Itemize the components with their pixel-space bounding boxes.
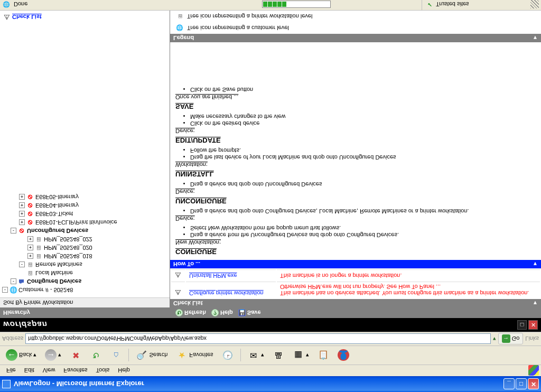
tree-unconfigured-item[interactable]: +⊘E68F03-Ticket <box>2 210 167 218</box>
refresh-button[interactable]: ↻ <box>86 347 105 364</box>
tree-label[interactable]: Customer # - 505248 <box>18 287 73 293</box>
tree-label[interactable]: HPM_505248_020 <box>44 245 92 251</box>
edit-button[interactable]: ▦▾ <box>289 347 313 364</box>
tree-unconfigured-item[interactable]: +⊘E68F04-Itinerary <box>2 201 167 210</box>
tree-label[interactable]: E68F03-Ticket <box>35 211 73 217</box>
tree-label[interactable]: Configured Devices <box>27 278 81 285</box>
tree-local[interactable]: 🖥 Local Machine <box>2 269 167 277</box>
home-button[interactable]: ⌂ <box>106 347 125 364</box>
sort-by[interactable]: Sort By Printer Workstation <box>0 297 170 307</box>
tree-label[interactable]: HPM_505248_022 <box>44 236 92 242</box>
tree-unconfigured-item[interactable]: +⊘E68F01-FCLIP/Print Itin/Invoice <box>2 218 167 227</box>
checklist-row: ⚠Uninstall HPM.exeThis machine is no lon… <box>171 269 540 281</box>
howto-item: Drag a device from the Unconfigured Devi… <box>190 232 536 238</box>
tree-label[interactable]: Remote Machines <box>35 262 82 268</box>
trusted-label: Trusted sites <box>436 2 469 8</box>
menu-view[interactable]: View <box>39 367 60 375</box>
tree-unconfigured[interactable]: - ⊘ Unconfigured Devices <box>2 227 167 235</box>
collapse-icon[interactable]: - <box>2 287 8 293</box>
menu-edit[interactable]: Edit <box>20 367 39 375</box>
close-button[interactable]: ✕ <box>528 379 539 390</box>
collapse-icon[interactable]: ▼ <box>533 35 538 41</box>
menu-tools[interactable]: Tools <box>92 367 114 375</box>
messenger-button[interactable]: 👤 <box>334 347 353 364</box>
menubar: File Edit View Favorites Tools Help <box>0 365 541 376</box>
go-button[interactable]: →Go <box>498 333 524 345</box>
collapse-icon[interactable]: - <box>19 262 25 268</box>
tree-remote[interactable]: - 🖥 Remote Machines <box>2 260 167 269</box>
expand-icon[interactable]: + <box>27 237 33 242</box>
dropdown-icon: ▾ <box>261 352 264 359</box>
refresh-link[interactable]: ↻Refresh <box>175 309 206 316</box>
howto-item: Select New Workstation from the popup me… <box>190 225 536 231</box>
address-label: Address <box>2 336 23 342</box>
expand-icon[interactable]: + <box>27 254 33 259</box>
checklist-link[interactable]: Check List <box>12 14 42 21</box>
tree-unconfigured-item[interactable]: +⊘E68F05-Itinerary <box>2 193 167 201</box>
tree-label[interactable]: E68F04-Itinerary <box>35 202 79 209</box>
checklist-header[interactable]: Check List▼ <box>170 299 541 307</box>
back-button[interactable]: ←Back▾ <box>2 347 40 364</box>
legend-header[interactable]: Legend▼ <box>170 34 541 42</box>
checklist-task-link[interactable]: Configure printer workstation <box>189 290 264 296</box>
expand-icon[interactable]: + <box>19 211 25 217</box>
tree-remote-item[interactable]: +🖥HPM_505248_020 <box>2 244 167 252</box>
expand-icon[interactable]: + <box>19 220 25 226</box>
checklist-task-link[interactable]: Uninstall HPM.exe <box>189 273 237 279</box>
tree-label[interactable]: E68F01-FCLIP/Print Itin/Invoice <box>35 219 117 226</box>
globe-icon: 🌐 <box>10 286 17 294</box>
expand-icon[interactable]: + <box>27 245 33 251</box>
help-label: Help <box>220 310 233 316</box>
menu-help[interactable]: Help <box>114 367 134 375</box>
history-button[interactable]: 🕒 <box>218 347 237 364</box>
collapse-icon[interactable]: ▼ <box>533 301 538 306</box>
howto-item: Drag a device and drop onto Unconfigured… <box>190 181 536 188</box>
collapse-icon[interactable]: - <box>11 228 16 234</box>
tree-configured[interactable]: - 🖿 Configured Devices <box>2 277 167 286</box>
howto-header[interactable]: How To ...▼ <box>170 260 541 268</box>
minimize-button[interactable]: _ <box>503 379 515 390</box>
tree-label[interactable]: HPM_505248_018 <box>44 253 92 259</box>
resize-handle[interactable] <box>530 1 539 9</box>
menu-favorites[interactable]: Favorites <box>59 367 91 375</box>
computer-icon: 🖥 <box>175 12 184 21</box>
tree-label[interactable]: Unconfigured Devices <box>27 228 88 234</box>
app-maximize-button[interactable]: □ <box>517 320 527 330</box>
search-button[interactable]: 🔍Search <box>132 347 171 364</box>
toolbar: ←Back▾ →▾ ✖ ↻ ⌂ 🔍Search ★Favorites 🕒 ✉▾ … <box>0 346 541 365</box>
address-input[interactable] <box>25 334 490 344</box>
howto-item: Make necessary changes to the view <box>190 114 536 120</box>
howto-sublabel: Once you are finished ... <box>175 94 238 100</box>
howto-item: Follow the prompts. <box>190 147 536 154</box>
tree-remote-item[interactable]: +🖥HPM_505248_022 <box>2 235 167 244</box>
mail-button[interactable]: ✉▾ <box>244 347 268 364</box>
separator <box>128 349 129 362</box>
discuss-button[interactable]: 📋 <box>314 347 333 364</box>
stop-button[interactable]: ✖ <box>66 347 85 364</box>
print-button[interactable]: 🖶 <box>269 347 288 364</box>
save-link[interactable]: 💾Save <box>238 309 261 316</box>
checklist-message: This machine has no devices attached. Yo… <box>280 284 529 296</box>
maximize-button[interactable]: □ <box>516 379 527 390</box>
help-link[interactable]: ?Help <box>211 309 233 316</box>
links-label[interactable]: Links <box>525 336 539 342</box>
window-titlebar: ViewLogon - Microsoft Internet Explorer … <box>0 376 541 392</box>
expand-icon[interactable]: + <box>19 194 25 200</box>
forward-button[interactable]: →▾ <box>41 347 65 364</box>
dropdown-icon: ▾ <box>58 352 61 359</box>
computer-icon: 🖥 <box>35 253 42 260</box>
collapse-icon[interactable]: ▼ <box>533 262 538 267</box>
tree-root[interactable]: - 🌐 Customer # - 505248 <box>2 286 167 294</box>
favorites-button[interactable]: ★Favorites <box>172 347 217 364</box>
tree-label[interactable]: E68F05-Itinerary <box>35 194 79 200</box>
computer-icon: 🖥 <box>26 269 34 277</box>
dropdown-icon[interactable]: ▾ <box>493 335 496 342</box>
expand-icon[interactable]: + <box>19 203 25 209</box>
collapse-icon[interactable]: - <box>11 279 16 285</box>
app-close-button[interactable]: ✕ <box>528 320 538 330</box>
tree-remote-item[interactable]: +🖥HPM_505248_018 <box>2 252 167 260</box>
howto-list: Click on the Save button <box>190 87 536 93</box>
menu-file[interactable]: File <box>2 367 20 375</box>
ie-icon: 🌐 <box>2 1 11 9</box>
tree-label[interactable]: Local Machine <box>35 270 73 276</box>
